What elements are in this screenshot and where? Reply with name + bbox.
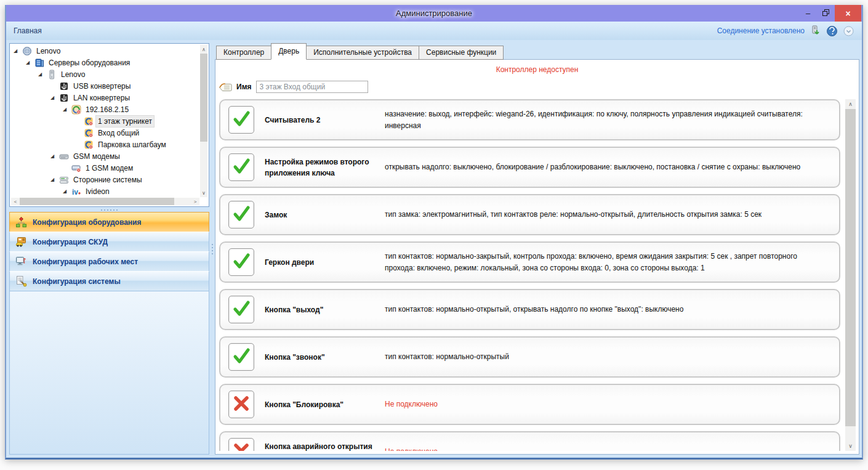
- tree-item-label: LAN конвертеры: [71, 92, 132, 103]
- check-icon: [232, 157, 251, 178]
- settings-row[interactable]: Настройка режимов второго приложения клю…: [219, 147, 840, 188]
- vertical-splitter[interactable]: [209, 43, 215, 455]
- status-ok-button[interactable]: [228, 106, 254, 134]
- close-button[interactable]: ×: [835, 5, 861, 22]
- nav-button-label: Конфигурация СКУД: [33, 238, 108, 246]
- tab-strip: КонтроллерДверьИсполнительные устройства…: [215, 43, 859, 60]
- minimize-button[interactable]: –: [799, 5, 817, 22]
- converter-icon: [71, 105, 81, 115]
- status-ok-button[interactable]: [228, 248, 254, 276]
- ivideon-icon: iv: [71, 187, 81, 197]
- tree-item[interactable]: ◢Lenovo: [11, 45, 199, 57]
- tree-item[interactable]: ◢192.168.2.15: [11, 103, 199, 115]
- check-icon: [232, 110, 251, 131]
- tree-expander-icon[interactable]: ◢: [14, 45, 22, 57]
- settings-row[interactable]: Замоктип замка: электромагнитный, тип ко…: [219, 194, 840, 235]
- controller-icon: [84, 140, 94, 150]
- settings-row[interactable]: Кнопка "Блокировка"Не подключено: [219, 384, 840, 425]
- name-input[interactable]: [256, 81, 368, 93]
- tree-item[interactable]: Парковка шлагбаум: [11, 139, 199, 150]
- x-icon: [232, 394, 251, 415]
- status-error-button[interactable]: [228, 438, 254, 451]
- menubar-right: Соединение установлено: [717, 25, 854, 37]
- servers-icon: [34, 58, 44, 68]
- tab-2[interactable]: Дверь: [271, 43, 307, 60]
- menubar: Главная Соединение установлено: [6, 22, 862, 40]
- menu-home[interactable]: Главная: [14, 26, 42, 35]
- restore-icon: [822, 9, 829, 18]
- tree-expander-icon[interactable]: ◢: [50, 92, 58, 103]
- server-connection-icon[interactable]: [810, 25, 821, 37]
- tree-item[interactable]: ◢Серверы оборудования: [11, 57, 199, 68]
- tree-item[interactable]: ◢Lenovo: [11, 68, 199, 80]
- window-title: Администрирование: [6, 9, 862, 18]
- settings-row[interactable]: Кнопка аварийного открытия двериНе подкл…: [219, 431, 840, 451]
- nav-button[interactable]: Конфигурация системы: [9, 271, 209, 291]
- tree-expander-icon[interactable]: ◢: [63, 185, 71, 197]
- settings-row-description: Не подключено: [385, 399, 831, 410]
- settings-row-title: Кнопка аварийного открытия двери: [265, 441, 385, 452]
- tree-item[interactable]: ◢GSM модемы: [11, 150, 199, 162]
- check-icon: [232, 205, 251, 225]
- check-icon: [232, 347, 251, 368]
- settings-row[interactable]: Геркон дверитип контактов: нормально-зак…: [219, 241, 840, 283]
- settings-row[interactable]: Кнопка "выход"тип контактов: нормально-о…: [219, 289, 840, 330]
- scroll-left-icon[interactable]: <: [11, 198, 20, 205]
- desktop: Администрирование – × Главная Соединение…: [0, 0, 868, 470]
- tree-expander-icon[interactable]: ◢: [38, 68, 46, 80]
- nav-button[interactable]: Конфигурация оборудования: [9, 212, 209, 232]
- settings-row[interactable]: Кнопка "звонок"тип контактов: нормально-…: [219, 336, 840, 378]
- tree-expander-icon[interactable]: ◢: [26, 57, 34, 68]
- scroll-up-icon[interactable]: ∧: [200, 45, 207, 54]
- tree-item-label: Сторонние системы: [71, 174, 144, 185]
- settings-row[interactable]: Считыватель 2назначение: выход, интерфей…: [219, 99, 840, 140]
- tree-item[interactable]: Вход общий: [11, 127, 199, 139]
- scroll-down-icon[interactable]: ∨: [845, 441, 856, 451]
- scroll-down-icon[interactable]: ∨: [200, 188, 207, 197]
- tab-3[interactable]: Исполнительные устройства: [306, 46, 419, 60]
- list-vscroll-thumb[interactable]: [845, 109, 856, 426]
- tree-item-label: Серверы оборудования: [47, 57, 132, 68]
- settings-row-description: открывать надолго: выключено, блокирован…: [385, 161, 831, 173]
- tree-hscroll-thumb[interactable]: [20, 198, 174, 205]
- collapse-icon[interactable]: [843, 25, 854, 37]
- tree-item[interactable]: 1 GSM модем: [11, 162, 199, 174]
- tree-item-label: 192.168.2.15: [84, 104, 131, 115]
- tree-item-label: Lenovo: [34, 46, 62, 57]
- tab-1[interactable]: Контроллер: [216, 46, 271, 60]
- tree-expander-icon[interactable]: ◢: [50, 150, 58, 162]
- minimize-icon: –: [806, 9, 810, 18]
- nav-workstations-icon: [15, 256, 27, 267]
- status-ok-button[interactable]: [228, 201, 254, 229]
- tree-item[interactable]: ◢LAN конвертеры: [11, 92, 199, 103]
- list-vertical-scrollbar[interactable]: ∧ ∨: [845, 99, 856, 451]
- scroll-up-icon[interactable]: ∧: [845, 99, 856, 109]
- status-ok-button[interactable]: [228, 343, 254, 371]
- status-ok-button[interactable]: [228, 296, 254, 323]
- nav-button[interactable]: Конфигурация СКУД: [9, 232, 209, 252]
- tree-item[interactable]: ◢Сторонние системы: [11, 174, 199, 185]
- tree-horizontal-scrollbar[interactable]: < >: [11, 198, 199, 205]
- settings-row-description: назначение: выход, интерфейс: wiegand-26…: [385, 108, 831, 131]
- tree-expander-icon[interactable]: ◢: [50, 174, 58, 185]
- nav-button[interactable]: Конфигурация рабочих мест: [9, 251, 209, 272]
- scroll-right-icon[interactable]: >: [191, 198, 199, 205]
- settings-row-description: тип замка: электромагнитный, тип контакт…: [385, 209, 831, 221]
- tab-4[interactable]: Сервисные функции: [419, 46, 504, 60]
- status-error-button[interactable]: [228, 391, 254, 418]
- tree-expander-icon[interactable]: ◢: [63, 103, 71, 115]
- status-ok-button[interactable]: [228, 153, 254, 181]
- tree-vertical-scrollbar[interactable]: ∧ ∨: [200, 45, 207, 197]
- restore-button[interactable]: [817, 5, 835, 22]
- nav-skud-icon: [15, 236, 27, 248]
- tree-item[interactable]: USB конвертеры: [11, 80, 199, 92]
- help-icon[interactable]: [826, 25, 838, 37]
- settings-row-description: тип контактов: нормально-открытый, откры…: [385, 304, 831, 315]
- connection-status: Соединение установлено: [717, 26, 805, 35]
- nav-button-label: Конфигурация рабочих мест: [33, 257, 138, 266]
- tree-vscroll-thumb[interactable]: [200, 54, 207, 142]
- tree-item[interactable]: 1 этаж турникет: [11, 115, 199, 127]
- left-column: ◢Lenovo◢Серверы оборудования◢LenovoUSB к…: [9, 43, 209, 455]
- window-controls: – ×: [799, 5, 862, 22]
- tree-item[interactable]: ◢ivIvideon: [11, 185, 199, 197]
